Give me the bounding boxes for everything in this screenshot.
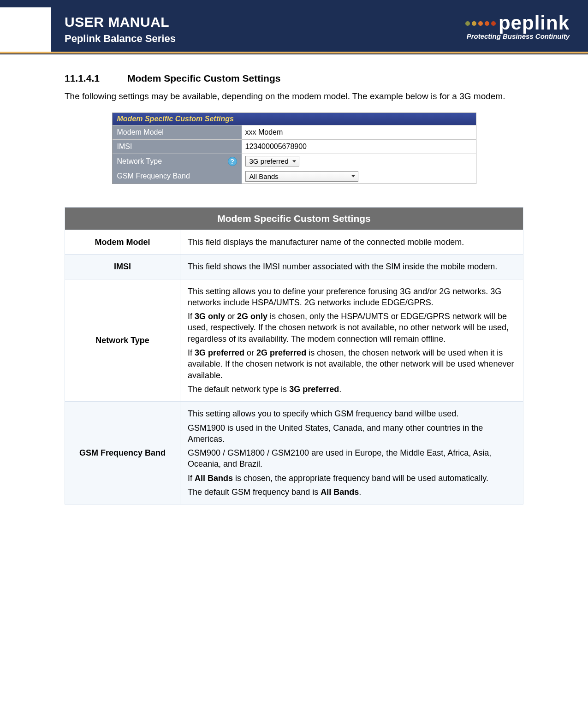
- table-row: Network Type This setting allows you to …: [65, 279, 523, 402]
- settings-panel-title: Modem Specific Custom Settings: [113, 113, 476, 125]
- logo-dot-icon: [472, 21, 476, 26]
- logo-dot-icon: [478, 21, 483, 26]
- row-desc: This setting allows you to define your p…: [180, 279, 523, 402]
- field-label: IMSI: [113, 140, 242, 154]
- field-value: 123400005678900: [242, 140, 476, 154]
- field-label: Modem Model: [113, 125, 242, 139]
- logo-dot-icon: [465, 21, 470, 26]
- network-type-select[interactable]: 3G preferred: [245, 156, 299, 166]
- field-label: GSM Frequency Band: [113, 169, 242, 184]
- help-icon[interactable]: ?: [228, 157, 237, 166]
- field-value: xxx Modem: [242, 125, 476, 139]
- logo-dot-icon: [491, 21, 496, 26]
- field-label: Network Type ?: [113, 154, 242, 169]
- row-name: IMSI: [65, 255, 180, 279]
- settings-panel: Modem Specific Custom Settings Modem Mod…: [112, 113, 476, 184]
- select-value: 3G preferred: [249, 157, 289, 165]
- chevron-down-icon: [351, 175, 355, 178]
- intro-text: The following settings may be available,…: [65, 90, 523, 102]
- chevron-down-icon: [292, 160, 296, 162]
- section-title: Modem Specific Custom Settings: [127, 73, 281, 84]
- settings-row-gsm-band: GSM Frequency Band All Bands: [113, 169, 476, 184]
- logo-dot-icon: [485, 21, 489, 26]
- logo-tagline: Protecting Business Continuity: [465, 32, 570, 40]
- section-number: 11.1.4.1: [65, 73, 100, 84]
- select-value: All Bands: [249, 172, 279, 180]
- page-header: USER MANUAL Peplink Balance Series pepli…: [0, 0, 588, 52]
- doc-subtitle: Peplink Balance Series: [65, 33, 176, 45]
- row-desc: This field shows the IMSI number associa…: [180, 255, 523, 279]
- row-name: GSM Frequency Band: [65, 402, 180, 504]
- table-row: Modem Model This field displays the manu…: [65, 230, 523, 254]
- logo-text: peplink: [499, 12, 570, 34]
- settings-row-network-type: Network Type ? 3G preferred: [113, 154, 476, 169]
- header-titles: USER MANUAL Peplink Balance Series: [65, 14, 176, 45]
- row-desc: This setting allows you to specify which…: [180, 402, 523, 504]
- table-row: GSM Frequency Band This setting allows y…: [65, 402, 523, 504]
- gsm-band-select[interactable]: All Bands: [245, 171, 358, 182]
- doc-title: USER MANUAL: [65, 14, 176, 30]
- table-row: IMSI This field shows the IMSI number as…: [65, 255, 523, 279]
- explanation-table: Modem Specific Custom Settings Modem Mod…: [65, 207, 523, 505]
- table-header: Modem Specific Custom Settings: [65, 207, 523, 230]
- brand-logo: peplink Protecting Business Continuity: [465, 12, 570, 40]
- row-name: Modem Model: [65, 230, 180, 254]
- section-heading: 11.1.4.1 Modem Specific Custom Settings: [65, 73, 523, 84]
- content-area: 11.1.4.1 Modem Specific Custom Settings …: [0, 54, 588, 504]
- settings-row-imsi: IMSI 123400005678900: [113, 139, 476, 154]
- logo-dots: [465, 21, 496, 26]
- row-name: Network Type: [65, 279, 180, 402]
- row-desc: This field displays the manufacturer nam…: [180, 230, 523, 254]
- settings-row-modem-model: Modem Model xxx Modem: [113, 125, 476, 139]
